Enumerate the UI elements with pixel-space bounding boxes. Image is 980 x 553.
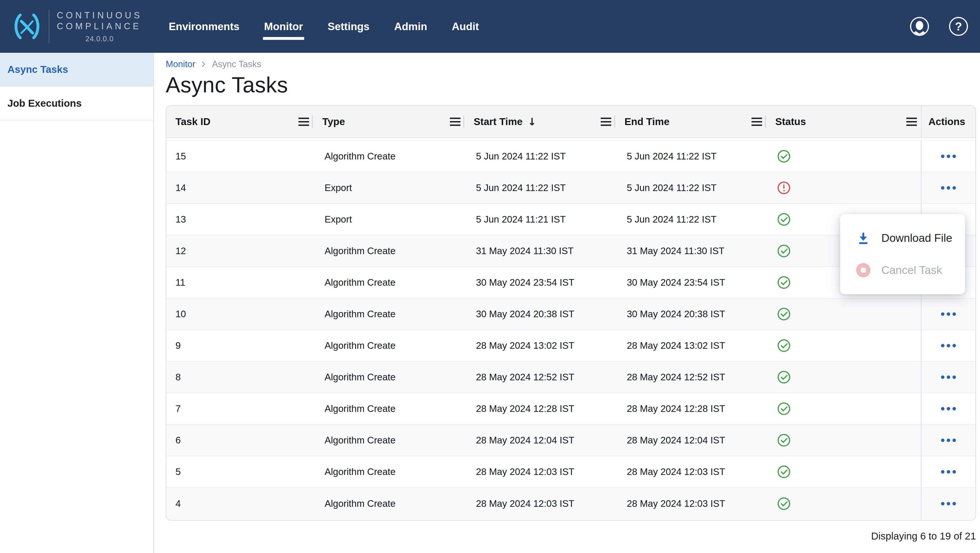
cell-task-id: 7 bbox=[166, 393, 313, 424]
cell-status bbox=[766, 172, 921, 203]
cell-type: Export bbox=[313, 172, 465, 203]
cell-actions bbox=[921, 172, 975, 203]
download-icon bbox=[856, 231, 870, 245]
column-menu-icon[interactable] bbox=[906, 118, 917, 126]
cell-actions bbox=[921, 425, 975, 456]
breadcrumb: Monitor Async Tasks bbox=[166, 59, 980, 69]
cell-type: Algorithm Create bbox=[313, 330, 465, 361]
cell-start-time: 30 May 2024 20:38 IST bbox=[465, 299, 615, 330]
cell-start-time: 28 May 2024 12:28 IST bbox=[465, 393, 615, 424]
breadcrumb-chevron-icon bbox=[200, 61, 207, 68]
row-actions-button[interactable] bbox=[941, 344, 956, 347]
breadcrumb-link-monitor[interactable]: Monitor bbox=[166, 59, 195, 69]
nav-item-settings[interactable]: Settings bbox=[328, 21, 369, 32]
column-label: End Time bbox=[624, 116, 670, 127]
cell-type: Algorithm Create bbox=[313, 456, 465, 487]
cell-start-time: 28 May 2024 12:03 IST bbox=[465, 488, 615, 520]
column-menu-icon[interactable] bbox=[450, 118, 460, 126]
main-nav: Environments Monitor Settings Admin Audi… bbox=[169, 0, 479, 53]
cell-end-time: 28 May 2024 13:02 IST bbox=[615, 330, 766, 361]
brand-name-line1: CONTINUOUS bbox=[57, 10, 142, 21]
row-actions-button[interactable] bbox=[941, 470, 956, 473]
column-menu-icon[interactable] bbox=[751, 118, 762, 126]
cell-end-time: 5 Jun 2024 11:22 IST bbox=[615, 204, 766, 235]
column-label: Task ID bbox=[175, 116, 210, 127]
cell-actions bbox=[921, 393, 975, 424]
column-label: Type bbox=[322, 116, 345, 127]
column-header-start-time[interactable]: Start Time ↓ bbox=[465, 106, 615, 137]
sidebar: Async Tasks Job Executions bbox=[0, 53, 154, 553]
column-header-actions: Actions bbox=[921, 106, 975, 137]
cell-start-time: 28 May 2024 12:03 IST bbox=[465, 456, 615, 487]
help-icon[interactable]: ? bbox=[949, 17, 968, 36]
cell-task-id: 15 bbox=[166, 141, 313, 172]
brand-logo: CONTINUOUS COMPLIANCE 24.0.0.0 bbox=[0, 0, 142, 53]
cell-status bbox=[766, 299, 921, 330]
version-label: 24.0.0.0 bbox=[57, 35, 142, 43]
cell-type: Algorithm Create bbox=[313, 267, 465, 298]
account-person-head bbox=[916, 21, 923, 30]
menu-item-label: Cancel Task bbox=[881, 264, 942, 276]
cell-start-time: 5 Jun 2024 11:22 IST bbox=[465, 141, 615, 172]
row-actions-button[interactable] bbox=[941, 438, 956, 442]
cell-end-time: 5 Jun 2024 11:22 IST bbox=[615, 141, 766, 172]
row-actions-button[interactable] bbox=[941, 376, 956, 379]
menu-item-cancel-task[interactable]: Cancel Task bbox=[840, 254, 965, 286]
row-actions-button[interactable] bbox=[941, 312, 956, 316]
cell-type: Algorithm Create bbox=[313, 425, 465, 456]
menu-item-download-file[interactable]: Download File bbox=[840, 222, 965, 254]
stop-icon bbox=[856, 263, 870, 277]
account-person-body bbox=[912, 30, 927, 36]
cell-start-time: 30 May 2024 23:54 IST bbox=[465, 267, 615, 298]
cell-type: Algorithm Create bbox=[313, 488, 465, 520]
sort-desc-icon: ↓ bbox=[528, 116, 536, 127]
table-row: 9 Algorithm Create 28 May 2024 13:02 IST… bbox=[166, 330, 975, 362]
column-label: Start Time bbox=[474, 116, 523, 127]
delphix-logo-icon bbox=[11, 13, 43, 40]
status-success-icon bbox=[778, 371, 790, 384]
nav-item-environments[interactable]: Environments bbox=[169, 21, 239, 32]
nav-item-admin[interactable]: Admin bbox=[394, 21, 427, 32]
status-success-icon bbox=[778, 465, 790, 478]
cell-type: Algorithm Create bbox=[313, 362, 465, 393]
row-actions-button[interactable] bbox=[941, 186, 956, 190]
row-actions-button[interactable] bbox=[941, 407, 956, 410]
nav-item-audit[interactable]: Audit bbox=[452, 21, 479, 32]
cell-actions bbox=[921, 299, 975, 330]
cell-actions bbox=[921, 141, 975, 172]
cell-status bbox=[766, 456, 921, 487]
column-menu-icon[interactable] bbox=[299, 118, 309, 126]
cell-end-time: 28 May 2024 12:52 IST bbox=[615, 362, 766, 393]
cell-end-time: 30 May 2024 23:54 IST bbox=[615, 267, 766, 298]
row-actions-button[interactable] bbox=[941, 502, 956, 505]
cell-actions bbox=[921, 488, 975, 520]
status-success-icon bbox=[778, 150, 790, 163]
cell-end-time: 28 May 2024 12:03 IST bbox=[615, 456, 766, 487]
cell-status bbox=[766, 393, 921, 424]
status-success-icon bbox=[778, 276, 790, 289]
breadcrumb-current: Async Tasks bbox=[212, 59, 261, 69]
cell-task-id: 9 bbox=[166, 330, 313, 361]
cell-type: Algorithm Create bbox=[313, 299, 465, 330]
status-success-icon bbox=[778, 402, 790, 415]
pagination-summary: Displaying 6 to 19 of 21 bbox=[166, 530, 976, 542]
nav-item-monitor[interactable]: Monitor bbox=[264, 21, 303, 32]
cell-status bbox=[766, 488, 921, 520]
cell-start-time: 5 Jun 2024 11:22 IST bbox=[465, 172, 615, 203]
account-icon[interactable] bbox=[910, 17, 929, 36]
sidebar-item-async-tasks[interactable]: Async Tasks bbox=[0, 53, 153, 87]
cell-start-time: 5 Jun 2024 11:21 IST bbox=[465, 204, 615, 235]
column-menu-icon[interactable] bbox=[601, 118, 611, 126]
cell-type: Export bbox=[313, 204, 465, 235]
cell-task-id: 12 bbox=[166, 236, 313, 266]
cell-task-id: 13 bbox=[166, 204, 313, 235]
table-row: 10 Algorithm Create 30 May 2024 20:38 IS… bbox=[166, 299, 975, 330]
cell-actions bbox=[921, 330, 975, 361]
sidebar-item-job-executions[interactable]: Job Executions bbox=[0, 87, 153, 121]
cell-end-time: 5 Jun 2024 11:22 IST bbox=[615, 172, 766, 203]
status-success-icon bbox=[778, 308, 790, 320]
table-row: 6 Algorithm Create 28 May 2024 12:04 IST… bbox=[166, 425, 975, 456]
row-actions-button[interactable] bbox=[941, 155, 956, 158]
table-body: 15 Algorithm Create 5 Jun 2024 11:22 IST… bbox=[166, 141, 975, 520]
partial-scrolled-row bbox=[166, 138, 975, 141]
